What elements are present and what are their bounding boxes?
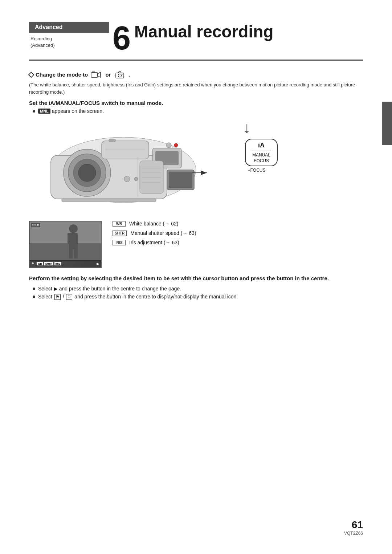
select-icon-1: ⚑ <box>54 294 61 300</box>
camera-icon <box>115 71 124 78</box>
perform-title: Perform the setting by selecting the des… <box>29 274 363 283</box>
svg-rect-37 <box>68 233 71 244</box>
svg-rect-16 <box>109 139 115 142</box>
screen-badge-iris: IRIS <box>54 262 62 265</box>
left-column: Advanced Recording(Advanced) <box>29 22 109 50</box>
diamond-icon <box>28 72 34 78</box>
svg-rect-38 <box>74 233 78 244</box>
screen-play-button: ▶ <box>97 262 99 266</box>
switch-instruction: Set the iA/MANUAL/FOCUS switch to manual… <box>29 100 363 106</box>
svg-rect-20 <box>140 161 163 194</box>
chapter-number: 6 <box>113 22 131 54</box>
legend-text-shtr: Manual shutter speed (→ 63) <box>130 230 196 236</box>
perform-section: Perform the setting by selecting the des… <box>29 274 363 300</box>
svg-rect-26 <box>169 172 192 188</box>
legend-list: WB White balance (→ 62) SHTR Manual shut… <box>113 221 196 245</box>
bullet-text-2: Select ⚑ / ⚐ and press the button in the… <box>38 294 238 300</box>
page-number: 61 <box>344 519 363 531</box>
legend-item-iris: IRIS Iris adjustment (→ 63) <box>113 240 196 245</box>
camcorder-icon <box>91 71 101 78</box>
recording-label: Recording(Advanced) <box>29 34 109 50</box>
svg-rect-0 <box>91 73 98 77</box>
svg-rect-33 <box>30 221 102 243</box>
page-container: Advanced Recording(Advanced) 6 Manual re… <box>0 0 392 554</box>
svg-rect-2 <box>92 72 95 73</box>
mode-change-line: Change the mode to or <box>29 71 363 78</box>
switch-bracket: └ <box>246 168 250 173</box>
legend-badge-shtr: SHTR <box>113 231 127 236</box>
screen-bottom-bar: ⚑ WB SHTR IRIS ▶ <box>30 260 101 267</box>
svg-point-18 <box>174 143 178 147</box>
content-area: Change the mode to or <box>29 67 363 300</box>
bullet-dot-1 <box>33 288 35 290</box>
note-text: (The white balance, shutter speed, brigh… <box>29 81 363 95</box>
bullet-item-1: Select ▶ and press the button in the cen… <box>33 286 363 292</box>
svg-marker-1 <box>98 72 101 77</box>
page-code: VQT2Z66 <box>344 531 363 536</box>
recording-text: Recording(Advanced) <box>30 36 54 48</box>
advanced-label: Advanced <box>29 22 109 33</box>
svg-point-35 <box>69 224 78 233</box>
mnl-badge: MNL <box>38 109 50 114</box>
switch-manual-label: MANUAL <box>252 152 271 158</box>
svg-point-30 <box>124 176 130 182</box>
screen-legend-area: REC ⚑ WB SHTR IRIS ▶ WB White balance (→… <box>29 221 363 268</box>
camera-diagram <box>29 119 218 213</box>
screen-badge-shtr: SHTR <box>44 262 53 265</box>
mnl-appears-text: appears on the screen. <box>52 108 104 114</box>
switch-box: iA MANUAL FOCUS └ FOCUS <box>245 139 278 173</box>
svg-point-4 <box>118 74 121 77</box>
screen-rec-symbol: ⚑ <box>31 262 34 265</box>
svg-rect-40 <box>74 248 78 258</box>
legend-badge-iris: IRIS <box>113 240 126 245</box>
switch-arrow: ↓ <box>243 119 251 137</box>
svg-rect-39 <box>69 248 73 258</box>
screen-rec-indicator: REC <box>31 223 40 227</box>
switch-control: iA MANUAL FOCUS <box>245 139 278 166</box>
switch-ia-label: iA <box>252 142 271 151</box>
legend-item-shtr: SHTR Manual shutter speed (→ 63) <box>113 230 196 236</box>
svg-point-17 <box>166 143 171 148</box>
legend-text-iris: Iris adjustment (→ 63) <box>129 240 179 245</box>
screen-content: REC ⚑ WB SHTR IRIS ▶ <box>30 221 101 267</box>
switch-diagram: ↓ iA MANUAL FOCUS └ FOCUS <box>225 119 290 173</box>
legend-badge-wb: WB <box>113 221 126 227</box>
mnl-bullet-line: MNL appears on the screen. <box>33 108 363 114</box>
mode-change-text: Change the mode to or <box>36 71 130 78</box>
bullet-text-1: Select ▶ and press the button in the cen… <box>38 286 181 292</box>
switch-focus-text: FOCUS <box>250 168 266 173</box>
page-number-area: 61 VQT2Z66 <box>344 519 363 536</box>
svg-rect-27 <box>62 198 156 202</box>
sidebar-tab <box>382 102 392 145</box>
bullet-dot <box>33 110 35 113</box>
bullet-dot-2 <box>33 296 35 298</box>
svg-point-5 <box>122 74 123 74</box>
screen-badge-wb: WB <box>37 262 43 265</box>
header-section: Advanced Recording(Advanced) 6 Manual re… <box>29 22 363 61</box>
chapter-title: Manual recording <box>134 22 273 41</box>
bullet-item-2: Select ⚑ / ⚐ and press the button in the… <box>33 294 363 300</box>
legend-text-wb: White balance (→ 62) <box>129 221 178 227</box>
legend-item-wb: WB White balance (→ 62) <box>113 221 196 227</box>
diagram-section: ↓ iA MANUAL FOCUS └ FOCUS <box>29 119 363 213</box>
svg-point-31 <box>134 177 138 181</box>
select-icon-2: ⚐ <box>66 294 72 300</box>
switch-focus-label: FOCUS <box>252 158 271 163</box>
svg-point-11 <box>78 164 96 182</box>
screen-mockup: REC ⚑ WB SHTR IRIS ▶ <box>29 221 102 268</box>
svg-rect-34 <box>30 243 102 261</box>
